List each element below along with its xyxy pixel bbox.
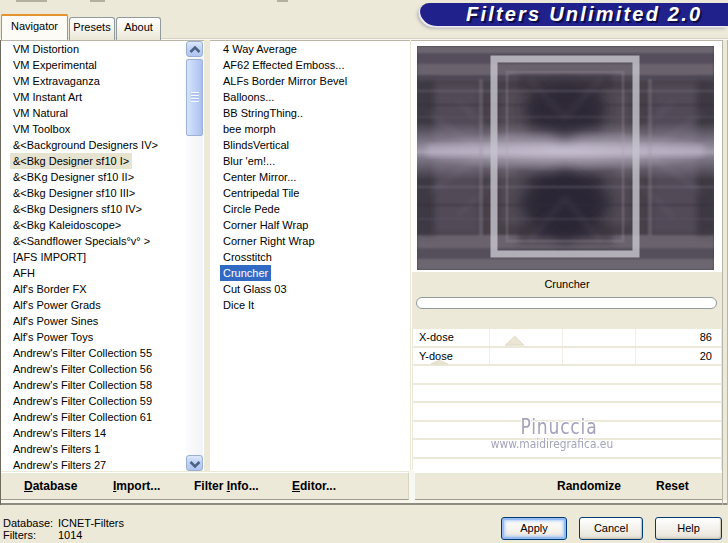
- list-item[interactable]: &<Sandflower Specials°v° >: [1, 233, 204, 249]
- list-item[interactable]: Andrew's Filter Collection 61: [1, 409, 204, 425]
- list-item-label: Centripedal Tile: [220, 185, 302, 201]
- cancel-button[interactable]: Cancel: [579, 517, 643, 540]
- list-item-label: Corner Right Wrap: [220, 233, 318, 249]
- app-title: Filters Unlimited 2.0: [466, 3, 726, 26]
- list-item[interactable]: Crosstitch: [210, 249, 410, 265]
- list-item[interactable]: Alf's Power Sines: [1, 313, 204, 329]
- apply-button[interactable]: Apply: [501, 517, 567, 540]
- list-item[interactable]: BlindsVertical: [210, 137, 410, 153]
- scrollbar-up-button[interactable]: [186, 41, 203, 57]
- status-database-value: ICNET-Filters: [58, 517, 124, 529]
- list-item[interactable]: Andrew's Filter Collection 59: [1, 393, 204, 409]
- list-item[interactable]: VM Toolbox: [1, 121, 204, 137]
- top-edge-artifact: [277, 0, 288, 2]
- list-item-label: Andrew's Filter Collection 61: [10, 409, 155, 425]
- list-item[interactable]: [AFS IMPORT]: [1, 249, 204, 265]
- filter-listbox[interactable]: 4 Way AverageAF62 Effected Emboss...ALFs…: [210, 40, 410, 471]
- list-item-label: VM Extravaganza: [10, 73, 103, 89]
- list-item[interactable]: &<Background Designers IV>: [1, 137, 204, 153]
- randomize-button[interactable]: Randomize: [557, 479, 621, 493]
- watermark-url: www.maidiregrafica.eu: [425, 437, 679, 450]
- list-item-label: VM Instant Art: [10, 89, 85, 105]
- list-item[interactable]: Cut Glass 03: [210, 281, 410, 297]
- scrollbar-down-button[interactable]: [186, 455, 203, 471]
- scrollbar-thumb[interactable]: [186, 59, 203, 136]
- list-item[interactable]: Alf's Power Toys: [1, 329, 204, 345]
- list-item[interactable]: Dice It: [210, 297, 410, 313]
- list-item-label: Alf's Border FX: [10, 281, 90, 297]
- list-item[interactable]: AFH: [1, 265, 204, 281]
- list-item[interactable]: Andrew's Filters 14: [1, 425, 204, 441]
- list-item-label: Andrew's Filters 27: [10, 457, 109, 473]
- list-item[interactable]: Center Mirror...: [210, 169, 410, 185]
- filter-info-button[interactable]: Filter Info...: [194, 479, 259, 493]
- list-item[interactable]: VM Extravaganza: [1, 73, 204, 89]
- tab-presets[interactable]: Presets: [69, 17, 115, 40]
- tab-strip-baseline-shadow: [68, 38, 728, 39]
- title-banner: Filters Unlimited 2.0: [420, 3, 728, 26]
- list-item[interactable]: Cruncher: [210, 265, 410, 281]
- list-item-label: Andrew's Filter Collection 55: [10, 345, 155, 361]
- list-item[interactable]: Balloons...: [210, 89, 410, 105]
- list-item-label: VM Distortion: [10, 41, 82, 57]
- watermark-name: Pinuccia: [438, 417, 680, 437]
- list-item-label: &<Bkg Designer sf10 I>: [10, 153, 132, 169]
- list-item-label: Andrew's Filters 1: [10, 441, 103, 457]
- list-item-label: VM Experimental: [10, 57, 100, 73]
- list-item[interactable]: AF62 Effected Emboss...: [210, 57, 410, 73]
- list-item[interactable]: BB StringThing..: [210, 105, 410, 121]
- slider-thumb[interactable]: [431, 360, 447, 364]
- list-item[interactable]: Corner Half Wrap: [210, 217, 410, 233]
- import-button[interactable]: Import...: [113, 479, 160, 493]
- list-item[interactable]: VM Experimental: [1, 57, 204, 73]
- list-item-label: Alf's Power Sines: [10, 313, 101, 329]
- list-item[interactable]: VM Natural: [1, 105, 204, 121]
- help-button[interactable]: Help: [655, 517, 722, 540]
- list-item[interactable]: &<Bkg Designer sf10 I>: [1, 153, 204, 169]
- list-item[interactable]: VM Distortion: [1, 41, 204, 57]
- list-item[interactable]: ALFs Border Mirror Bevel: [210, 73, 410, 89]
- list-item-label: &<Bkg Kaleidoscope>: [10, 217, 124, 233]
- list-item[interactable]: &<Bkg Kaleidoscope>: [1, 217, 204, 233]
- list-item[interactable]: Andrew's Filter Collection 58: [1, 377, 204, 393]
- database-button[interactable]: Database: [24, 479, 77, 493]
- list-item-label: Dice It: [220, 297, 257, 313]
- list-item[interactable]: Corner Right Wrap: [210, 233, 410, 249]
- list-item[interactable]: Circle Pede: [210, 201, 410, 217]
- list-item-label: &<Bkg Designers sf10 IV>: [10, 201, 145, 217]
- list-item[interactable]: Alf's Border FX: [1, 281, 204, 297]
- slider-thumb[interactable]: [505, 336, 524, 345]
- list-item[interactable]: Alf's Power Grads: [1, 297, 204, 313]
- reset-button[interactable]: Reset: [656, 479, 689, 493]
- list-item-label: Corner Half Wrap: [220, 217, 311, 233]
- category-scrollbar[interactable]: [186, 41, 203, 471]
- list-item[interactable]: 4 Way Average: [210, 41, 410, 57]
- list-item-label: Crosstitch: [220, 249, 275, 265]
- list-item[interactable]: bee morph: [210, 121, 410, 137]
- list-item-label: AFH: [10, 265, 38, 281]
- list-item-label: &<BKg Designer sf10 II>: [10, 169, 137, 185]
- list-item[interactable]: VM Instant Art: [1, 89, 204, 105]
- list-item[interactable]: Andrew's Filter Collection 55: [1, 345, 204, 361]
- list-item[interactable]: Andrew's Filters 27: [1, 457, 204, 473]
- filter-preview-image[interactable]: [417, 46, 714, 270]
- list-item[interactable]: &<Bkg Designers sf10 IV>: [1, 201, 204, 217]
- category-listbox[interactable]: VM DistortionVM ExperimentalVM Extravaga…: [1, 40, 204, 471]
- editor-button[interactable]: Editor...: [292, 479, 336, 493]
- list-item-label: Alf's Power Grads: [10, 297, 104, 313]
- scrollbar-grip: [191, 92, 199, 102]
- list-item-label: [AFS IMPORT]: [10, 249, 89, 265]
- database-action-bar: Database Import... Filter Info... Editor…: [1, 472, 409, 500]
- list-item[interactable]: Blur 'em!...: [210, 153, 410, 169]
- list-item-label: Center Mirror...: [220, 169, 299, 185]
- list-item-label: Andrew's Filters 14: [10, 425, 109, 441]
- list-item-label: 4 Way Average: [220, 41, 300, 57]
- list-item[interactable]: Andrew's Filter Collection 56: [1, 361, 204, 377]
- list-item[interactable]: Centripedal Tile: [210, 185, 410, 201]
- list-item[interactable]: &<BKg Designer sf10 II>: [1, 169, 204, 185]
- status-filters-label: Filters:: [3, 529, 58, 541]
- tab-navigator[interactable]: Navigator: [1, 14, 68, 40]
- list-item[interactable]: &<Bkg Designer sf10 III>: [1, 185, 204, 201]
- tab-about[interactable]: About: [116, 17, 161, 40]
- list-item[interactable]: Andrew's Filters 1: [1, 441, 204, 457]
